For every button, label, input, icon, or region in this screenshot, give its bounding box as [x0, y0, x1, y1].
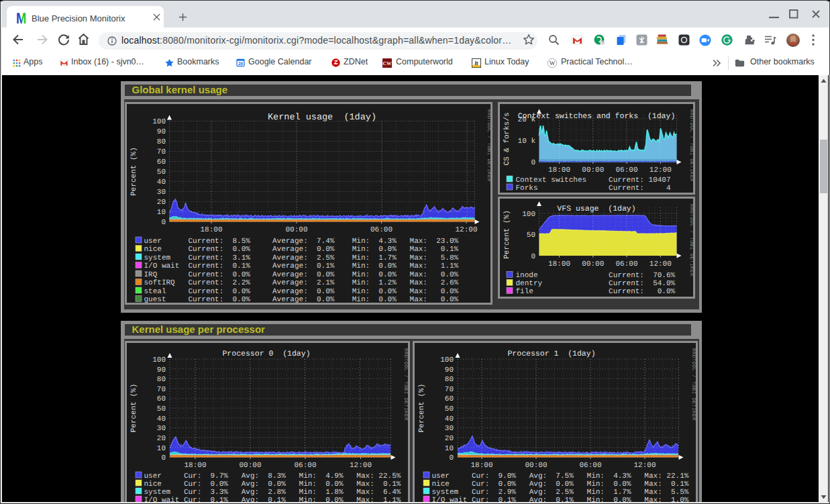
svg-text:06:00: 06:00	[294, 462, 316, 470]
svg-text:nice Cur: 0.0% Avg: 0.: nice Cur: 0.0% Avg: 0.0% Min: 0.0% Max: …	[432, 481, 689, 489]
svg-text:RRDTOOL / TOBI OETIKER: RRDTOOL / TOBI OETIKER	[688, 109, 693, 182]
svg-text:00:00: 00:00	[239, 462, 261, 470]
svg-text:18:00: 18:00	[548, 166, 570, 174]
svg-text:100: 100	[522, 211, 535, 219]
svg-text:60: 60	[156, 158, 165, 166]
svg-text:30: 30	[156, 425, 165, 433]
svg-text:60: 60	[445, 395, 454, 403]
svg-text:dentry Current:: dentry Current: 54.0%	[515, 280, 675, 288]
svg-text:user Cur: 9.0% Avg: 7.: user Cur: 9.0% Avg: 7.5% Min: 4.3% Max: …	[432, 472, 689, 481]
svg-text:0: 0	[531, 253, 535, 261]
svg-text:nice Current: 0.0% A: nice Current: 0.0% Average: 0.0% Min: 0.…	[144, 246, 458, 254]
svg-text:IRQ Current: 0.0% A: IRQ Current: 0.0% Average: 0.0% Min: 0.0…	[144, 270, 458, 279]
svg-text:10: 10	[445, 445, 454, 453]
svg-text:18:00: 18:00	[200, 226, 222, 234]
svg-text:30: 30	[156, 189, 165, 197]
svg-text:20: 20	[156, 435, 165, 443]
svg-text:RRDTOOL / TOBI OETIKER: RRDTOOL / TOBI OETIKER	[485, 109, 490, 182]
svg-text:100: 100	[440, 356, 454, 364]
svg-text:RRDTOOL / TOBI OETIKER: RRDTOOL / TOBI OETIKER	[403, 348, 408, 421]
svg-text:10: 10	[156, 209, 165, 217]
svg-text:?: ?	[601, 41, 604, 46]
svg-text:06:00: 06:00	[579, 462, 601, 470]
svg-text:20: 20	[445, 435, 454, 443]
svg-text:file Current:: file Current: 0.0%	[515, 288, 675, 296]
svg-text:RRDTOOL / TOBI OETIKER: RRDTOOL / TOBI OETIKER	[690, 348, 696, 421]
svg-text:40: 40	[445, 415, 454, 423]
svg-text:Context switches and forks (1: Context switches and forks (1day)	[517, 112, 675, 121]
svg-text:Processor 0 (1day): Processor 0 (1day)	[222, 350, 310, 358]
svg-text:80: 80	[156, 376, 165, 384]
svg-text:28: 28	[238, 61, 244, 66]
svg-text:M: M	[16, 11, 26, 25]
svg-text:Percent (%): Percent (%)	[130, 384, 138, 433]
svg-text:VFS usage (1day): VFS usage (1day)	[557, 205, 635, 213]
svg-text:18:00: 18:00	[470, 462, 492, 470]
svg-text:12:00: 12:00	[649, 166, 671, 174]
svg-text:06:00: 06:00	[615, 166, 637, 174]
svg-text:Percent (%): Percent (%)	[503, 210, 511, 259]
svg-text:00:00: 00:00	[582, 166, 604, 174]
svg-text:CS & forks/s: CS & forks/s	[503, 112, 511, 165]
svg-text:90: 90	[156, 128, 165, 136]
svg-text:0: 0	[161, 454, 166, 462]
svg-text:30: 30	[445, 425, 454, 433]
svg-text:80: 80	[156, 138, 165, 146]
svg-text:12:00: 12:00	[649, 260, 671, 268]
svg-text:Processor 1 (1day): Processor 1 (1day)	[507, 350, 595, 358]
svg-text:06:00: 06:00	[615, 260, 637, 268]
svg-text:60: 60	[156, 395, 165, 403]
svg-text:user Current: 8.5% A: user Current: 8.5% Average: 7.4% Min: 4.…	[144, 237, 458, 245]
svg-text:system Cur: 3.3% Avg: 2.: system Cur: 3.3% Avg: 2.8% Min: 1.8% Max…	[144, 489, 401, 497]
svg-text:system Cur: 2.9% Avg: 2.: system Cur: 2.9% Avg: 2.5% Min: 1.7% Max…	[432, 489, 689, 497]
svg-text:40: 40	[156, 179, 165, 187]
svg-text:12:00: 12:00	[633, 462, 656, 470]
svg-text:0: 0	[161, 219, 166, 227]
svg-text:70: 70	[445, 386, 454, 394]
svg-text:20: 20	[156, 199, 165, 207]
svg-text:70: 70	[156, 386, 165, 394]
svg-text:70: 70	[156, 148, 165, 156]
svg-text:40: 40	[156, 415, 165, 423]
svg-text:12:00: 12:00	[349, 462, 371, 470]
svg-text:0: 0	[531, 159, 535, 167]
svg-text:nice Cur: 0.0% Avg: 0.: nice Cur: 0.0% Avg: 0.0% Min: 0.0% Max: …	[144, 481, 401, 489]
svg-text:100: 100	[152, 356, 166, 364]
svg-text:50: 50	[156, 405, 165, 413]
svg-text:80: 80	[445, 376, 454, 384]
svg-text:user Cur: 9.7% Avg: 8.: user Cur: 9.7% Avg: 8.3% Min: 4.9% Max: …	[144, 472, 401, 481]
svg-text:10 k: 10 k	[517, 138, 535, 146]
svg-text:18:00: 18:00	[548, 260, 570, 268]
svg-text:guest Current: 0.0% A: guest Current: 0.0% Average: 0.0% Min: 0…	[144, 296, 458, 303]
svg-text:20 k: 20 k	[517, 115, 535, 123]
svg-text:18:00: 18:00	[184, 462, 206, 470]
svg-text:50: 50	[445, 405, 454, 413]
svg-text:Percent (%): Percent (%)	[418, 384, 426, 433]
svg-text:50: 50	[156, 168, 165, 177]
svg-text:00:00: 00:00	[525, 462, 547, 470]
svg-text:inode Current:: inode Current: 70.6%	[515, 272, 675, 280]
svg-text:W: W	[550, 60, 556, 67]
svg-text:00:00: 00:00	[285, 226, 307, 234]
svg-text:CW: CW	[383, 60, 392, 66]
svg-text:12:00: 12:00	[455, 226, 477, 234]
svg-text:90: 90	[445, 366, 454, 374]
svg-text:50: 50	[526, 232, 535, 240]
svg-text:RRDTOOL / TOBI OETIKER: RRDTOOL / TOBI OETIKER	[688, 204, 693, 276]
svg-text:10: 10	[156, 445, 165, 453]
svg-text:Forks Current:: Forks Current: 4	[515, 184, 670, 192]
svg-text:system Current: 3.1% A: system Current: 3.1% Average: 2.5% Min: …	[144, 254, 458, 262]
svg-text:steal Current: 0.0% A: steal Current: 0.0% Average: 0.0% Min: 0…	[144, 287, 458, 295]
svg-text:Context switches Current:: Context switches Current: 10407	[515, 176, 670, 184]
svg-text:softIRQ Current: 2.2% A: softIRQ Current: 2.2% Average: 2.1% Min:…	[144, 279, 458, 287]
svg-text:Percent (%): Percent (%)	[130, 147, 138, 196]
svg-text:I/O wait Current: 0.1% A: I/O wait Current: 0.1% Average: 0.1% Min…	[144, 262, 458, 270]
svg-text:0: 0	[449, 454, 454, 462]
svg-text:06:00: 06:00	[370, 226, 392, 234]
svg-text:90: 90	[156, 366, 165, 374]
svg-text:100: 100	[152, 118, 166, 126]
svg-text:00:00: 00:00	[582, 260, 604, 268]
